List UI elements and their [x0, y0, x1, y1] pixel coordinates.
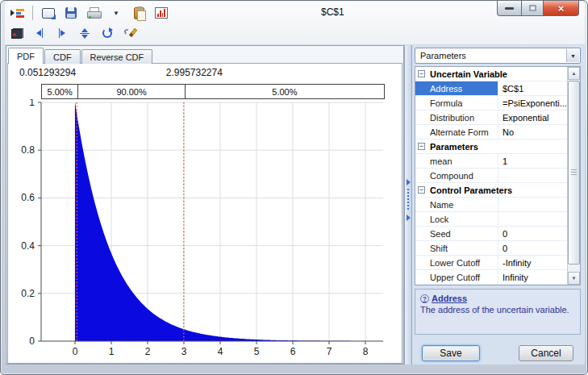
- param-group-label: Uncertain Variable: [430, 69, 507, 79]
- collapse-icon[interactable]: −: [418, 143, 425, 150]
- x-axis-label: 5: [254, 346, 260, 357]
- param-group-label: Parameters: [430, 142, 478, 152]
- minimize-icon: [505, 7, 514, 10]
- flip-right-icon[interactable]: [52, 24, 72, 42]
- param-label[interactable]: Seed: [415, 227, 498, 240]
- param-row[interactable]: DistributionExponential: [415, 110, 567, 125]
- y-axis-label: 0: [29, 335, 35, 347]
- param-label[interactable]: Lower Cutoff: [415, 256, 498, 269]
- param-value[interactable]: 0: [498, 241, 567, 255]
- property-grid-rows: −Uncertain VariableAddress$C$1Formula=Ps…: [415, 67, 567, 285]
- param-value[interactable]: Exponential: [498, 110, 567, 124]
- param-value[interactable]: [498, 169, 567, 182]
- print-icon[interactable]: [84, 4, 103, 22]
- param-row[interactable]: Lock: [415, 212, 567, 227]
- layers-icon[interactable]: [7, 24, 27, 42]
- param-value[interactable]: 1: [498, 154, 567, 168]
- dropdown-arrow-icon[interactable]: ▼: [106, 4, 126, 22]
- param-value[interactable]: =PsiExponenti...: [498, 96, 567, 110]
- param-row[interactable]: Name: [415, 198, 567, 212]
- param-value[interactable]: No: [498, 125, 567, 139]
- param-label[interactable]: Compound: [415, 169, 498, 182]
- tab-pdf[interactable]: PDF: [8, 48, 44, 64]
- parameters-panel: Parameters ▼ −Uncertain VariableAddress$…: [412, 45, 585, 365]
- param-group-header[interactable]: −Control Parameters: [415, 183, 567, 198]
- flip-vertical-icon[interactable]: [75, 24, 94, 42]
- param-row[interactable]: Compound: [415, 169, 567, 183]
- chevron-down-icon[interactable]: ▼: [566, 49, 579, 62]
- percentile-band: 5.00%90.00%5.00%: [41, 84, 385, 99]
- param-label[interactable]: Shift: [415, 241, 498, 255]
- param-row[interactable]: Seed0: [415, 227, 567, 241]
- rotate-icon[interactable]: [98, 24, 117, 42]
- param-row[interactable]: Formula=PsiExponenti...: [415, 96, 567, 110]
- splitter-arrow-icon: [407, 215, 411, 221]
- param-value[interactable]: -Infinity: [498, 256, 567, 269]
- pdf-plot: 10.80.60.40.20012345678: [8, 99, 403, 364]
- edit-pencil-icon[interactable]: [120, 24, 140, 42]
- param-label[interactable]: Distribution: [415, 110, 498, 124]
- parameters-dropdown-value: Parameters: [415, 51, 466, 60]
- param-row[interactable]: Lower Cutoff-Infinity: [415, 256, 567, 270]
- param-row[interactable]: Address$C$1: [415, 81, 567, 96]
- y-axis-label: 1: [29, 99, 35, 108]
- maximize-icon: [529, 5, 536, 11]
- param-label[interactable]: Alternate Form: [415, 125, 498, 139]
- x-axis-label: 6: [290, 346, 296, 357]
- param-group-label: Control Parameters: [430, 185, 512, 195]
- param-row[interactable]: Upper CutoffInfinity: [415, 270, 567, 285]
- param-label[interactable]: Formula: [415, 96, 498, 110]
- param-value[interactable]: $C$1: [498, 81, 567, 95]
- param-label[interactable]: Lock: [415, 212, 498, 226]
- tab-strip: PDFCDFReverse CDF: [8, 48, 153, 64]
- param-row[interactable]: Alternate FormNo: [415, 125, 567, 140]
- param-group-header[interactable]: −Uncertain Variable: [415, 67, 567, 81]
- param-label[interactable]: Name: [415, 198, 498, 211]
- scroll-up-icon[interactable]: ▲: [568, 67, 580, 80]
- y-axis-label: 0.2: [21, 288, 35, 299]
- parameters-dropdown[interactable]: Parameters ▼: [415, 48, 581, 64]
- tab-cdf[interactable]: CDF: [44, 49, 81, 64]
- param-label[interactable]: Upper Cutoff: [415, 270, 498, 284]
- x-axis-label: 4: [218, 346, 223, 357]
- chart-content: 10.80.60.40.20012345678 0.0512932942.995…: [7, 63, 402, 364]
- tab-reverse-cdf[interactable]: Reverse CDF: [81, 49, 153, 64]
- panel-splitter[interactable]: [404, 45, 412, 365]
- collapse-icon[interactable]: −: [418, 70, 425, 77]
- param-row[interactable]: mean1: [415, 154, 567, 169]
- maximize-button[interactable]: [522, 1, 543, 16]
- param-value[interactable]: [498, 198, 567, 211]
- scroll-down-icon[interactable]: ▼: [568, 272, 580, 285]
- toolbar-row-2: [7, 24, 140, 42]
- param-label[interactable]: mean: [415, 154, 498, 168]
- x-axis-label: 8: [363, 346, 369, 357]
- close-button[interactable]: ×: [543, 1, 579, 16]
- param-value[interactable]: 0: [498, 227, 567, 240]
- save-button[interactable]: Save: [422, 345, 480, 361]
- save-icon[interactable]: [61, 4, 81, 22]
- distribution-dialog-window: $C$1 × ▼ PDFCDFReverse CDF 10.80.60.40.2…: [0, 0, 588, 375]
- chart-panel: PDFCDFReverse CDF 10.80.60.40.2001234567…: [6, 45, 404, 365]
- param-value[interactable]: [498, 212, 567, 226]
- flip-left-icon[interactable]: [30, 24, 49, 42]
- paste-chart-icon[interactable]: [129, 4, 148, 22]
- distribution-run-icon[interactable]: [7, 4, 27, 22]
- minimize-button[interactable]: [497, 1, 522, 16]
- x-axis-label: 7: [327, 346, 332, 357]
- description-title-link[interactable]: ? Address: [420, 294, 575, 303]
- scrollbar-thumb[interactable]: [568, 81, 580, 265]
- x-axis-label: 2: [145, 346, 151, 357]
- collapse-icon[interactable]: −: [418, 186, 425, 194]
- grid-scrollbar[interactable]: ▲ ▼: [567, 67, 580, 285]
- param-label[interactable]: Address: [415, 81, 498, 95]
- copy-window-icon[interactable]: [39, 4, 58, 22]
- param-value[interactable]: Infinity: [498, 270, 567, 284]
- y-axis-label: 0.6: [21, 192, 35, 203]
- property-grid: −Uncertain VariableAddress$C$1Formula=Ps…: [415, 66, 581, 285]
- description-box: ? Address The address of the uncertain v…: [415, 289, 581, 335]
- cancel-button[interactable]: Cancel: [519, 345, 573, 361]
- param-group-header[interactable]: −Parameters: [415, 140, 567, 154]
- param-row[interactable]: Shift0: [415, 241, 567, 256]
- x-axis-label: 0: [73, 346, 78, 357]
- column-chart-icon[interactable]: [152, 4, 171, 22]
